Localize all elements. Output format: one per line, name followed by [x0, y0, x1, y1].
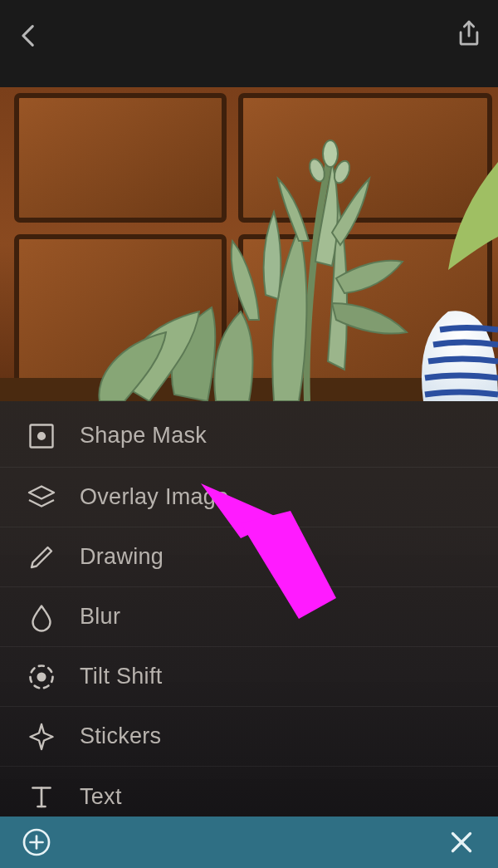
- menu-item-label: Stickers: [80, 723, 161, 749]
- layers-icon: [27, 483, 56, 512]
- menu-item-label: Tilt Shift: [80, 664, 163, 689]
- tools-menu: Shape Mask Overlay Image Drawing: [0, 401, 498, 826]
- pencil-icon: [27, 542, 56, 572]
- svg-marker-12: [29, 486, 54, 498]
- menu-item-overlay-image[interactable]: Overlay Image: [0, 468, 498, 527]
- add-button[interactable]: [22, 827, 51, 857]
- menu-item-drawing[interactable]: Drawing: [0, 527, 498, 587]
- menu-item-stickers[interactable]: Stickers: [0, 707, 498, 767]
- svg-point-14: [38, 673, 45, 679]
- top-bar: [0, 0, 498, 87]
- menu-item-label: Overlay Image: [80, 484, 228, 510]
- shape-mask-icon: [27, 421, 56, 451]
- photo-preview: [0, 87, 498, 401]
- svg-rect-2: [17, 96, 224, 220]
- menu-item-tilt-shift[interactable]: Tilt Shift: [0, 647, 498, 707]
- droplet-icon: [27, 602, 56, 632]
- svg-rect-3: [241, 96, 490, 220]
- tools-sheet: Shape Mask Overlay Image Drawing: [0, 401, 498, 817]
- screen: Shape Mask Overlay Image Drawing: [0, 0, 498, 868]
- bottom-bar: [0, 817, 498, 868]
- back-button[interactable]: [15, 22, 43, 50]
- svg-point-11: [38, 433, 45, 439]
- menu-item-shape-mask[interactable]: Shape Mask: [0, 405, 498, 468]
- menu-item-label: Blur: [80, 604, 120, 630]
- menu-item-label: Shape Mask: [80, 423, 207, 449]
- svg-point-7: [323, 140, 338, 167]
- menu-item-label: Drawing: [80, 544, 164, 570]
- menu-item-label: Text: [80, 784, 122, 810]
- menu-item-blur[interactable]: Blur: [0, 587, 498, 647]
- tilt-shift-icon: [27, 662, 56, 692]
- share-button[interactable]: [455, 18, 483, 50]
- close-button[interactable]: [447, 827, 476, 857]
- text-icon: [27, 782, 56, 812]
- sparkle-icon: [27, 722, 56, 752]
